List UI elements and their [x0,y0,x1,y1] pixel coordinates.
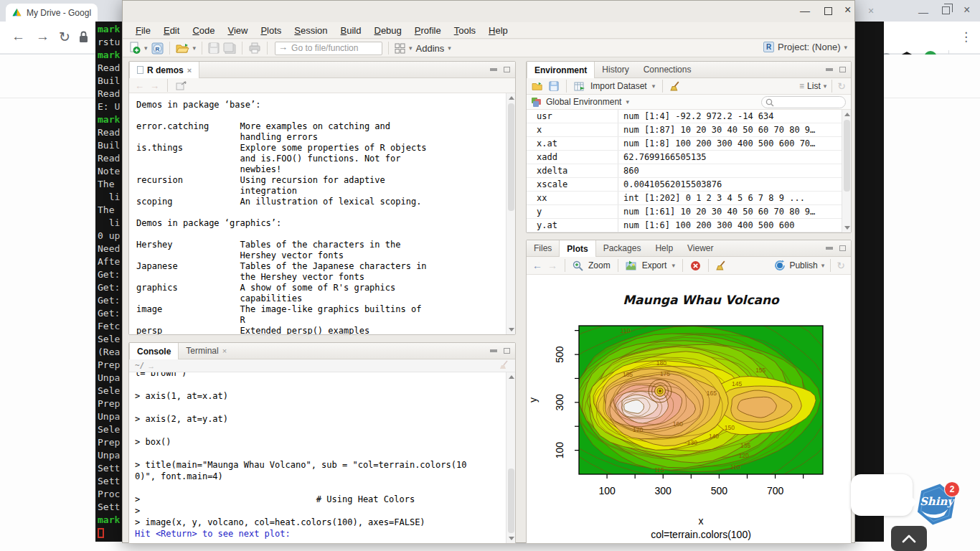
save-workspace-icon[interactable] [549,81,559,91]
scroll-thumb[interactable] [844,120,850,192]
menu-profile[interactable]: Profile [408,24,448,37]
clear-plots-broom-icon[interactable] [716,260,727,270]
export-plot-icon[interactable] [626,260,637,270]
source-body[interactable]: Demos in package ‘base’: error.catching … [129,93,506,334]
tab-close-icon[interactable]: × [222,347,227,355]
tab-close-icon[interactable]: × [187,66,192,75]
save-all-icon[interactable] [223,42,236,54]
scroll-to-top-button[interactable] [891,526,927,551]
rstudio-maximize-icon[interactable] [824,7,832,15]
browser-close-icon[interactable]: × [963,5,970,15]
env-row[interactable]: xscale0.00410562015503876 [527,178,842,192]
pane-maximize-icon[interactable] [839,245,846,251]
env-row[interactable]: y.atnum [1:6] 100 200 300 400 500 600 [527,219,842,232]
pane-maximize-icon[interactable] [839,67,846,72]
addins-button[interactable]: Addins [416,43,445,54]
scroll-down-icon[interactable] [509,537,514,540]
pane-minimize-icon[interactable] [490,349,497,352]
open-file-icon[interactable] [176,42,189,54]
tab-history[interactable]: History [595,62,636,77]
tab-environment[interactable]: Environment [527,62,595,78]
console-scrollbar[interactable] [506,372,515,543]
scroll-up-icon[interactable] [509,96,514,100]
list-caret-icon[interactable]: ▾ [824,83,827,90]
source-scrollbar[interactable] [506,93,515,334]
browser-tab-drive[interactable]: My Drive - Google [6,4,98,22]
scroll-up-icon[interactable] [509,375,514,379]
clear-environment-broom-icon[interactable] [670,81,681,91]
tab-viewer[interactable]: Viewer [680,240,720,256]
scroll-thumb[interactable] [508,468,514,533]
rstudio-close-icon[interactable]: × [844,4,851,17]
menu-file[interactable]: File [129,24,157,37]
panes-caret-icon[interactable]: ▾ [409,44,413,52]
pane-minimize-icon[interactable] [826,68,833,71]
load-workspace-icon[interactable] [532,81,544,91]
next-plot-icon[interactable]: → [547,260,557,271]
addins-caret-icon[interactable]: ▾ [448,44,451,52]
new-file-caret-icon[interactable]: ▾ [144,44,148,52]
tab-console[interactable]: Console [129,343,179,359]
pane-minimize-icon[interactable] [490,68,497,71]
browser-forward-icon[interactable]: → [36,29,50,44]
tab-plots[interactable]: Plots [559,240,595,257]
export-caret-icon[interactable]: ▾ [672,262,675,269]
menu-debug[interactable]: Debug [368,24,408,37]
background-tab-close-icon[interactable]: × [868,6,874,16]
scope-caret-icon[interactable]: ▾ [626,98,629,105]
menu-build[interactable]: Build [334,24,368,37]
browser-reload-icon[interactable]: ↻ [59,29,70,45]
menu-help[interactable]: Help [482,24,514,37]
tab-files[interactable]: Files [527,240,559,256]
menu-plots[interactable]: Plots [254,24,288,37]
refresh-environment-icon[interactable]: ↻ [837,80,846,92]
pane-minimize-icon[interactable] [826,247,833,250]
env-row[interactable]: ynum [1:61] 10 20 30 40 50 60 70 80 9… [527,205,842,219]
pane-maximize-icon[interactable] [504,348,510,354]
tab-connections[interactable]: Connections [636,62,699,77]
env-row[interactable]: xxint [1:202] 0 1 2 3 4 5 6 7 8 9 ... [527,192,842,205]
remove-plot-icon[interactable] [690,260,701,271]
goto-file-input[interactable] [275,42,382,55]
publish-caret-icon[interactable]: ▾ [821,262,825,269]
scroll-thumb[interactable] [508,103,514,211]
browser-minimize-icon[interactable]: — [918,7,928,17]
env-row[interactable]: x.atnum [1:8] 100 200 300 400 500 600 70… [527,137,842,151]
browser-menu-kebab-icon[interactable]: ⋮ [960,29,972,44]
print-icon[interactable] [248,42,261,54]
env-row[interactable]: xnum [1:87] 10 20 30 40 50 60 70 80 9… [527,123,842,137]
import-dataset-icon[interactable] [574,82,585,91]
panes-grid-icon[interactable] [395,43,405,54]
nav-back-icon[interactable]: ← [135,80,144,91]
env-row[interactable]: usrnum [1:4] -92.2 972.2 -14 634 [527,110,842,123]
nav-forward-icon[interactable]: → [150,80,159,91]
global-environment-selector[interactable]: Global Environment [546,97,621,107]
project-selector[interactable]: R Project: (None) ▾ [763,42,847,52]
rstudio-minimize-icon[interactable]: — [800,5,810,17]
pane-maximize-icon[interactable] [504,67,510,72]
env-row[interactable]: xdelta860 [527,164,842,178]
clear-console-broom-icon[interactable] [499,360,509,371]
scroll-down-icon[interactable] [509,328,514,331]
menu-edit[interactable]: Edit [157,24,186,37]
list-view-button[interactable]: List [807,81,821,91]
tab-terminal[interactable]: Terminal× [179,343,234,359]
save-icon[interactable] [208,42,220,54]
browser-restore-icon[interactable] [942,6,950,14]
menu-view[interactable]: View [221,24,254,37]
import-caret-icon[interactable]: ▾ [652,83,656,90]
scroll-up-icon[interactable] [844,113,850,116]
menu-code[interactable]: Code [186,24,221,37]
tab-packages[interactable]: Packages [596,240,649,256]
env-row[interactable]: xadd62.7699166505135 [527,151,842,164]
import-dataset-button[interactable]: Import Dataset [590,81,647,91]
browser-back-icon[interactable]: ← [11,29,25,44]
environment-scrollbar[interactable] [842,110,851,232]
tab-r-demos[interactable]: R demos × [129,62,199,78]
tab-help[interactable]: Help [648,240,680,256]
open-in-window-icon[interactable] [176,81,187,90]
menu-tools[interactable]: Tools [448,24,482,37]
console-body[interactable]: l="brown") > axis(1, at=x.at) > axis(2, … [129,372,506,543]
zoom-plot-icon[interactable] [573,260,583,271]
new-file-icon[interactable] [128,42,141,55]
